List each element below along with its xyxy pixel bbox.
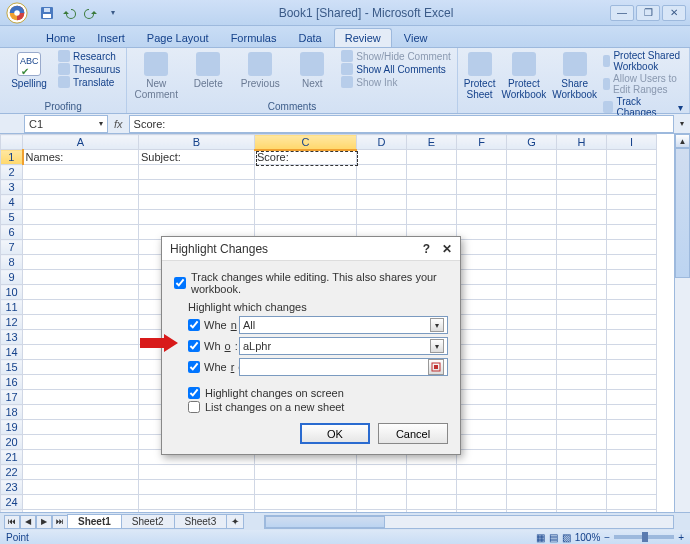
cell[interactable] [457, 495, 507, 510]
cell[interactable] [607, 330, 657, 345]
cell[interactable] [507, 450, 557, 465]
share-workbook-button[interactable]: Share Workbook [552, 50, 597, 100]
namebox-dropdown-icon[interactable]: ▾ [99, 119, 103, 128]
cell[interactable] [407, 495, 457, 510]
cell[interactable] [607, 360, 657, 375]
qat-customize-icon[interactable]: ▾ [104, 4, 122, 22]
row-header[interactable]: 13 [1, 330, 23, 345]
vertical-scrollbar[interactable]: ▲ [674, 134, 690, 512]
formula-input[interactable]: Score: [129, 115, 674, 133]
cell[interactable] [255, 195, 357, 210]
cell[interactable] [557, 180, 607, 195]
cell[interactable] [507, 375, 557, 390]
cell[interactable] [607, 285, 657, 300]
cell[interactable] [457, 420, 507, 435]
col-header[interactable]: E [407, 135, 457, 150]
row-header[interactable]: 19 [1, 420, 23, 435]
row-header[interactable]: 20 [1, 435, 23, 450]
cell[interactable] [607, 210, 657, 225]
col-header[interactable]: A [23, 135, 139, 150]
cell[interactable] [23, 435, 139, 450]
cell[interactable] [457, 180, 507, 195]
cell[interactable] [457, 330, 507, 345]
row-header[interactable]: 2 [1, 165, 23, 180]
formula-expand-icon[interactable]: ▾ [674, 119, 690, 128]
cell[interactable] [607, 165, 657, 180]
cell[interactable] [607, 390, 657, 405]
cell[interactable] [457, 255, 507, 270]
cell[interactable] [407, 465, 457, 480]
row-header[interactable]: 5 [1, 210, 23, 225]
row-header[interactable]: 6 [1, 225, 23, 240]
cell[interactable] [557, 480, 607, 495]
cell[interactable] [139, 480, 255, 495]
view-normal-icon[interactable]: ▦ [536, 532, 545, 543]
horizontal-scrollbar[interactable] [264, 515, 674, 529]
view-pagebreak-icon[interactable]: ▧ [562, 532, 571, 543]
cell[interactable] [607, 405, 657, 420]
cell[interactable] [557, 240, 607, 255]
cell[interactable] [255, 165, 357, 180]
cell[interactable] [607, 435, 657, 450]
sheet-tab[interactable]: Sheet1 [67, 514, 122, 529]
cell[interactable] [507, 435, 557, 450]
cell[interactable] [357, 210, 407, 225]
cell[interactable] [607, 375, 657, 390]
cell[interactable] [507, 480, 557, 495]
cell[interactable] [557, 195, 607, 210]
cell[interactable] [23, 195, 139, 210]
where-checkbox[interactable]: Where: [188, 361, 233, 373]
cell[interactable] [23, 465, 139, 480]
cell[interactable] [507, 300, 557, 315]
cell[interactable] [457, 390, 507, 405]
cell[interactable] [607, 315, 657, 330]
cell[interactable] [23, 240, 139, 255]
first-sheet-button[interactable]: ⏮ [4, 515, 20, 529]
col-header[interactable]: F [457, 135, 507, 150]
cell[interactable] [607, 300, 657, 315]
cell[interactable] [507, 165, 557, 180]
cell[interactable] [23, 405, 139, 420]
translate-button[interactable]: Translate [58, 76, 120, 88]
cell[interactable] [607, 270, 657, 285]
cell[interactable] [23, 420, 139, 435]
cell[interactable] [457, 240, 507, 255]
cell[interactable] [557, 270, 607, 285]
cancel-button[interactable]: Cancel [378, 423, 448, 444]
cell[interactable] [23, 165, 139, 180]
col-header[interactable]: D [357, 135, 407, 150]
view-layout-icon[interactable]: ▤ [549, 532, 558, 543]
cell[interactable] [507, 225, 557, 240]
cell[interactable] [255, 180, 357, 195]
cell[interactable] [557, 165, 607, 180]
cell[interactable] [357, 195, 407, 210]
cell[interactable] [23, 180, 139, 195]
cell[interactable] [557, 495, 607, 510]
tab-insert[interactable]: Insert [87, 29, 135, 47]
cell[interactable] [457, 405, 507, 420]
row-header[interactable]: 12 [1, 315, 23, 330]
row-header[interactable]: 7 [1, 240, 23, 255]
redo-icon[interactable] [82, 4, 100, 22]
dialog-help-button[interactable]: ? [423, 242, 430, 256]
zoom-in-button[interactable]: + [678, 532, 684, 543]
cell[interactable] [507, 150, 557, 165]
row-header[interactable]: 11 [1, 300, 23, 315]
list-on-new-sheet-checkbox[interactable]: List changes on a new sheet [188, 401, 448, 413]
cell[interactable] [557, 375, 607, 390]
spelling-button[interactable]: ABC✔Spelling [6, 50, 52, 89]
cell[interactable] [407, 480, 457, 495]
save-icon[interactable] [38, 4, 56, 22]
cell[interactable] [357, 150, 407, 165]
cell[interactable] [557, 360, 607, 375]
cell[interactable]: Score: [255, 150, 357, 165]
cell[interactable] [457, 375, 507, 390]
who-checkbox[interactable]: Who: [188, 340, 233, 352]
when-dropdown[interactable]: All▾ [239, 316, 448, 334]
cell[interactable] [23, 225, 139, 240]
row-header[interactable]: 3 [1, 180, 23, 195]
cell[interactable] [23, 360, 139, 375]
tab-page-layout[interactable]: Page Layout [137, 29, 219, 47]
cell[interactable] [557, 150, 607, 165]
show-all-comments-button[interactable]: Show All Comments [341, 63, 450, 75]
